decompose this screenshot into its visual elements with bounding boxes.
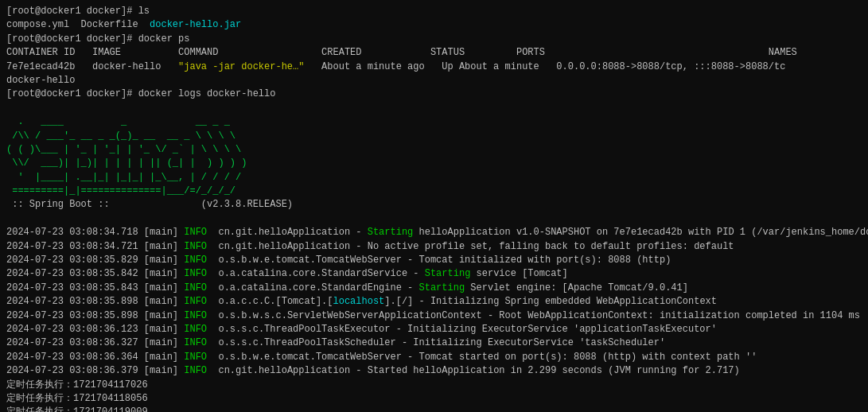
line-docker-ps-row1: 7e7e1ecad42b docker-hello "java -jar doc… (6, 60, 862, 74)
line-docker-logs-cmd: [root@docker1 docker]# docker logs docke… (6, 87, 862, 101)
terminal-window: [root@docker1 docker]# ls compose.yml Do… (0, 0, 868, 412)
line-blank1 (6, 102, 862, 115)
line-spring-boot-version: :: Spring Boot :: (v2.3.8.RELEASE) (6, 198, 862, 212)
line-log-2: 2024-07-23 03:08:34.721 [main] INFO cn.g… (6, 240, 862, 254)
line-ls-output: compose.yml Dockerfile docker-hello.jar (6, 18, 862, 32)
line-log-10: 2024-07-23 03:08:36.364 [main] INFO o.s.… (6, 351, 862, 364)
line-docker-ps-header: CONTAINER ID IMAGE COMMAND CREATED STATU… (6, 46, 862, 60)
line-log-6: 2024-07-23 03:08:35.898 [main] INFO o.a.… (6, 295, 862, 309)
line-spring-ascii-2: /\\ / ___'_ __ _ _(_)_ __ __ _ \ \ \ \ (6, 130, 862, 143)
line-log-3: 2024-07-23 03:08:35.829 [main] INFO o.s.… (6, 254, 862, 267)
line-docker-ps-cmd: [root@docker1 docker]# docker ps (6, 33, 862, 46)
line-task-3: 定时任务执行：1721704119009 (6, 406, 862, 412)
line-log-9: 2024-07-23 03:08:36.327 [main] INFO o.s.… (6, 336, 862, 350)
line-log-8: 2024-07-23 03:08:36.123 [main] INFO o.s.… (6, 323, 862, 336)
line-spring-ascii-6: =========|_|==============|___/=/_/_/_/ (6, 185, 862, 198)
line-docker-ps-names: docker-hello (6, 74, 862, 87)
line-task-2: 定时任务执行：1721704118056 (6, 392, 862, 406)
line-ls-cmd: [root@docker1 docker]# ls (6, 5, 862, 18)
line-log-4: 2024-07-23 03:08:35.842 [main] INFO o.a.… (6, 267, 862, 281)
line-spring-ascii-4: \\/ ___)| |_)| | | | | || (_| | ) ) ) ) (6, 157, 862, 170)
line-log-11: 2024-07-23 03:08:36.379 [main] INFO cn.g… (6, 364, 862, 378)
line-task-1: 定时任务执行：1721704117026 (6, 379, 862, 392)
line-log-1: 2024-07-23 03:08:34.718 [main] INFO cn.g… (6, 226, 862, 239)
line-spring-ascii-5: ' |____| .__|_| |_|_| |_\__, | / / / / (6, 171, 862, 185)
line-blank2 (6, 212, 862, 226)
line-log-7: 2024-07-23 03:08:35.898 [main] INFO o.s.… (6, 309, 862, 323)
line-spring-ascii-3: ( ( )\___ | '_ | '_| | '_ \/ _` | \ \ \ … (6, 143, 862, 157)
line-spring-ascii-1: . ____ _ __ _ _ (6, 115, 862, 129)
line-log-5: 2024-07-23 03:08:35.843 [main] INFO o.a.… (6, 282, 862, 295)
